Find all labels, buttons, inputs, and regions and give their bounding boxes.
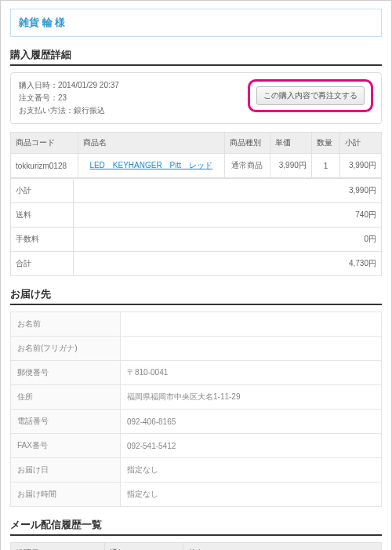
dl-fax-label: FAX番号: [11, 434, 121, 458]
dl-address: 福岡県福岡市中央区大名1-11-29: [121, 385, 382, 410]
mail-th-date: 処理日: [11, 543, 105, 551]
table-row: tokkurizm0128 LED KEYHANGER Pitt レッド 通常商…: [11, 154, 382, 178]
th-name: 商品名: [78, 133, 224, 154]
reorder-highlight: この購入内容で再注文する: [248, 79, 373, 112]
dl-time-label: お届け時間: [11, 483, 121, 507]
meta-payment: 銀行振込: [74, 106, 105, 115]
order-meta-lines: 購入日時：2014/01/29 20:37 注文番号：23 お支払い方法：銀行振…: [19, 79, 119, 117]
meta-datetime: 2014/01/29 20:37: [58, 81, 119, 89]
dl-tel: 092-406-8165: [121, 410, 382, 434]
cell-qty: 1: [311, 154, 339, 178]
total-value: 4,730円: [74, 252, 382, 276]
th-type: 商品種別: [224, 133, 270, 154]
fee-label: 手数料: [11, 228, 74, 252]
dl-zip-label: 郵便番号: [11, 361, 121, 385]
th-price: 単価: [270, 133, 311, 154]
delivery-table: お名前 お名前(フリガナ) 郵便番号〒810-0041 住所福岡県福岡市中央区大…: [10, 311, 382, 507]
meta-datetime-label: 購入日時：: [19, 81, 58, 89]
reorder-button[interactable]: この購入内容で再注文する: [256, 86, 365, 105]
shipping-value: 740円: [74, 203, 382, 228]
th-code: 商品コード: [11, 133, 78, 154]
dl-tel-label: 電話番号: [11, 410, 121, 434]
dl-date: 指定なし: [121, 458, 382, 483]
totals-table: 小計3,990円 送料740円 手数料0円 合計4,730円: [10, 178, 382, 276]
order-history-page: 雑貨 輪 様 購入履歴詳細 購入日時：2014/01/29 20:37 注文番号…: [0, 0, 392, 550]
section-delivery-title: お届け先: [10, 287, 382, 305]
products-table: 商品コード 商品名 商品種別 単価 数量 小計 tokkurizm0128 LE…: [10, 132, 382, 178]
dl-zip: 〒810-0041: [121, 361, 382, 385]
dl-name-label: お名前: [11, 312, 121, 337]
total-label: 合計: [11, 252, 74, 276]
th-subtotal: 小計: [340, 133, 382, 154]
mail-th-type: 通知メール: [105, 543, 183, 551]
mail-table: 処理日 通知メール 件名 2014/01/29 20:37 注文受付メール 【雑…: [10, 542, 382, 550]
cell-type: 通常商品: [224, 154, 270, 178]
section-mail-title: メール配信履歴一覧: [10, 518, 382, 536]
dl-kana-label: お名前(フリガナ): [11, 337, 121, 361]
dl-date-label: お届け日: [11, 458, 121, 483]
meta-orderno-label: 注文番号：: [19, 93, 58, 102]
store-name: 雑貨 輪 様: [10, 9, 382, 37]
cell-subtotal: 3,990円: [340, 154, 382, 178]
cell-code: tokkurizm0128: [11, 154, 78, 178]
cell-price: 3,990円: [270, 154, 311, 178]
meta-orderno: 23: [58, 93, 67, 102]
dl-address-label: 住所: [11, 385, 121, 410]
subtotal-value: 3,990円: [74, 179, 382, 203]
dl-time: 指定なし: [121, 483, 382, 507]
mail-th-subject: 件名: [183, 543, 382, 551]
dl-name: [121, 312, 382, 337]
dl-fax: 092-541-5412: [121, 434, 382, 458]
section-history-title: 購入履歴詳細: [10, 48, 382, 66]
dl-kana: [121, 337, 382, 361]
shipping-label: 送料: [11, 203, 74, 228]
th-qty: 数量: [311, 133, 339, 154]
subtotal-label: 小計: [11, 179, 74, 203]
product-link[interactable]: LED KEYHANGER Pitt レッド: [89, 161, 212, 169]
fee-value: 0円: [74, 228, 382, 252]
meta-payment-label: お支払い方法：: [19, 106, 74, 115]
order-meta-card: 購入日時：2014/01/29 20:37 注文番号：23 お支払い方法：銀行振…: [10, 72, 382, 124]
